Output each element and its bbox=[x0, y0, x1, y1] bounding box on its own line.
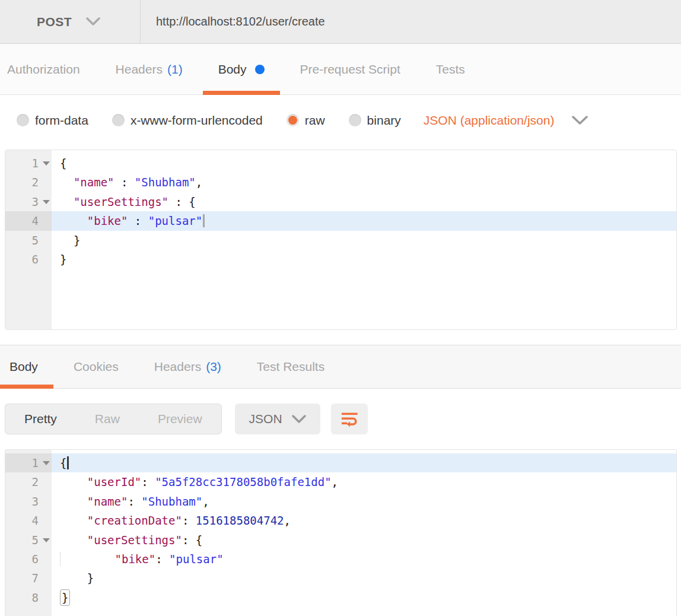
view-mode-raw[interactable]: Raw bbox=[76, 404, 139, 434]
code-segment: : bbox=[155, 553, 169, 566]
body-type-label-binary: binary bbox=[367, 113, 401, 128]
body-type-label-x-www-form-urlencoded: x-www-form-urlencoded bbox=[131, 113, 263, 128]
view-mode-preview[interactable]: Preview bbox=[139, 404, 221, 434]
response-format-dropdown[interactable]: JSON bbox=[235, 404, 320, 434]
fold-toggle-icon[interactable] bbox=[43, 538, 50, 542]
code-segment: } bbox=[60, 253, 66, 266]
line-number-text: 5 bbox=[32, 534, 39, 547]
response-body-editor[interactable]: 1{2 "userId": "5a5f28cc3178058b0fafe1dd"… bbox=[5, 449, 677, 616]
response-line-5: 5 "userSettings": { bbox=[5, 531, 676, 550]
body-type-raw[interactable]: raw bbox=[287, 113, 325, 128]
wrap-text-button[interactable] bbox=[331, 404, 368, 434]
response-line-content: "name": "Shubham", bbox=[52, 492, 676, 511]
response-code-area: 1{2 "userId": "5a5f28cc3178058b0fafe1dd"… bbox=[5, 450, 676, 607]
method-dropdown[interactable]: POST bbox=[0, 0, 141, 43]
response-line-content: { bbox=[52, 453, 676, 472]
radio-raw-selected[interactable] bbox=[287, 114, 299, 126]
code-segment bbox=[60, 475, 87, 488]
tab-label-headers: Headers bbox=[116, 62, 163, 77]
code-segment: , bbox=[332, 475, 338, 488]
code-segment: } bbox=[87, 571, 94, 585]
response-line-content: "creationDate": 1516185804742, bbox=[52, 511, 676, 530]
code-segment bbox=[60, 234, 74, 247]
tab-label-body: Body bbox=[218, 62, 247, 77]
line-number-text: 3 bbox=[32, 195, 39, 208]
line-number: 1 bbox=[5, 154, 52, 173]
chevron-down-icon bbox=[86, 17, 100, 26]
code-segment: "Shubham" bbox=[135, 176, 196, 189]
response-tab-headers[interactable]: Headers(3) bbox=[139, 345, 237, 388]
fold-toggle-icon[interactable] bbox=[43, 200, 50, 204]
code-segment bbox=[60, 214, 87, 227]
response-line-1: 1{ bbox=[5, 453, 676, 472]
code-segment bbox=[60, 571, 87, 585]
request-line-content: } bbox=[52, 231, 676, 250]
request-line-6: 6} bbox=[5, 250, 676, 269]
tab-label-pre-request-script: Pre-request Script bbox=[300, 62, 400, 77]
response-tab-test-results[interactable]: Test Results bbox=[241, 345, 340, 388]
request-body-editor[interactable]: 1{2 "name" : "Shubham",3 "userSettings" … bbox=[5, 150, 677, 330]
code-segment: "name" bbox=[74, 176, 114, 189]
code-segment: "userSettings" bbox=[74, 195, 168, 208]
body-type-label-raw: raw bbox=[305, 113, 325, 128]
response-line-4: 4 "creationDate": 1516185804742, bbox=[5, 511, 676, 530]
unsaved-changes-dot bbox=[255, 65, 265, 74]
response-line-content: "userId": "5a5f28cc3178058b0fafe1dd", bbox=[52, 472, 676, 491]
radio-binary[interactable] bbox=[349, 114, 361, 126]
tab-body[interactable]: Body bbox=[203, 44, 280, 94]
code-segment: "userId" bbox=[87, 475, 142, 488]
response-line-8: 8} bbox=[5, 588, 676, 607]
chevron-down-icon bbox=[572, 116, 588, 125]
code-segment: , bbox=[202, 495, 209, 508]
fold-toggle-icon[interactable] bbox=[43, 461, 50, 465]
content-type-dropdown[interactable]: JSON (application/json) bbox=[424, 113, 588, 128]
response-controls: PrettyRawPreview JSON bbox=[0, 389, 681, 449]
body-type-x-www-form-urlencoded[interactable]: x-www-form-urlencoded bbox=[112, 113, 263, 128]
response-tab-body[interactable]: Body bbox=[0, 345, 53, 388]
response-line-content: "bike": "pulsar" bbox=[52, 550, 676, 569]
response-tab-count-headers: (3) bbox=[206, 360, 221, 374]
radio-x-www-form-urlencoded[interactable] bbox=[112, 114, 125, 126]
request-tabs: AuthorizationHeaders(1)BodyPre-request S… bbox=[0, 44, 681, 95]
line-number-text: 7 bbox=[32, 571, 39, 585]
request-line-5: 5 } bbox=[5, 231, 676, 250]
code-segment: "5a5f28cc3178058b0fafe1dd" bbox=[155, 475, 331, 488]
url-input[interactable]: http://localhost:8102/user/create bbox=[141, 0, 325, 43]
request-line-content: "bike" : "pulsar" bbox=[52, 211, 676, 230]
response-line-content: "userSettings": { bbox=[52, 531, 676, 550]
word-wrap-icon bbox=[339, 409, 359, 428]
tab-authorization[interactable]: Authorization bbox=[0, 44, 96, 94]
code-segment: "userSettings" bbox=[87, 534, 182, 547]
body-type-binary[interactable]: binary bbox=[349, 113, 401, 128]
request-code-area: 1{2 "name" : "Shubham",3 "userSettings" … bbox=[5, 150, 676, 269]
request-line-content: { bbox=[52, 154, 676, 173]
tab-pre-request-script[interactable]: Pre-request Script bbox=[285, 44, 416, 94]
tab-label-authorization: Authorization bbox=[7, 62, 80, 77]
request-line-content: "name" : "Shubham", bbox=[52, 173, 676, 192]
tab-tests[interactable]: Tests bbox=[421, 44, 480, 94]
code-segment: } bbox=[74, 234, 80, 247]
line-number: 8 bbox=[5, 588, 52, 607]
tab-headers[interactable]: Headers(1) bbox=[100, 44, 198, 94]
response-tab-cookies[interactable]: Cookies bbox=[58, 345, 134, 388]
code-segment bbox=[60, 195, 74, 208]
radio-form-data[interactable] bbox=[17, 114, 29, 126]
response-format-label: JSON bbox=[249, 412, 282, 426]
body-type-form-data[interactable]: form-data bbox=[17, 113, 88, 128]
fold-toggle-icon[interactable] bbox=[43, 161, 50, 166]
body-type-row: form-datax-www-form-urlencodedrawbinary … bbox=[0, 95, 681, 145]
tab-count-headers: (1) bbox=[167, 62, 183, 77]
response-line-3: 3 "name": "Shubham", bbox=[5, 492, 676, 511]
response-line-content: } bbox=[52, 588, 676, 607]
line-number-text: 6 bbox=[32, 553, 39, 566]
content-type-label: JSON (application/json) bbox=[424, 113, 555, 128]
line-number: 2 bbox=[5, 472, 52, 491]
response-tab-label-test-results: Test Results bbox=[257, 360, 324, 374]
view-mode-pretty[interactable]: Pretty bbox=[5, 404, 76, 434]
line-number: 7 bbox=[5, 569, 52, 588]
code-segment bbox=[60, 495, 87, 508]
request-line-4: 4 "bike" : "pulsar" bbox=[5, 211, 676, 230]
line-number: 6 bbox=[5, 250, 52, 269]
response-line-content: } bbox=[52, 569, 676, 588]
code-segment: } bbox=[60, 589, 70, 606]
